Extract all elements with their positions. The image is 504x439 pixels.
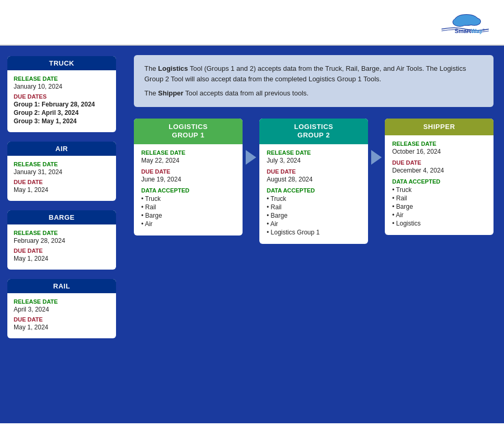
due-group: May 1, 2024	[14, 255, 110, 262]
due-group: May 1, 2024	[14, 186, 110, 194]
arrow-shape	[371, 150, 382, 165]
flow-card-logistics-group-1: LOGISTICSGROUP 1 RELEASE DATE May 22, 20…	[134, 119, 243, 236]
flow-data-accepted-label: DATA ACCEPTED	[267, 187, 361, 194]
tool-header-rail: RAIL	[7, 279, 116, 293]
info-line-1: The Logistics Tool (Groups 1 and 2) acce…	[144, 63, 483, 84]
flow-row: LOGISTICSGROUP 1 RELEASE DATE May 22, 20…	[134, 119, 494, 244]
data-item: Air	[267, 220, 361, 228]
due-group-1: Group 2: April 3, 2024	[14, 109, 110, 116]
due-label: DUE DATE	[14, 179, 110, 185]
tool-card-air: AIR RELEASE DATE January 31, 2024 DUE DA…	[7, 142, 116, 201]
flow-release-date: May 22, 2024	[141, 157, 235, 164]
data-item: Truck	[392, 186, 486, 194]
data-item: Truck	[141, 195, 235, 203]
flow-due-label: DUE DATE	[141, 168, 235, 175]
data-item: Rail	[141, 203, 235, 211]
data-item: Air	[141, 220, 235, 228]
flow-release-date: July 3, 2024	[267, 157, 361, 164]
info-box: The Logistics Tool (Groups 1 and 2) acce…	[134, 55, 494, 107]
svg-text:®: ®	[482, 28, 485, 31]
tool-header-truck: TRUCK	[7, 56, 116, 70]
release-label: RELEASE DATE	[14, 161, 110, 167]
flow-card-shipper: SHIPPER RELEASE DATE October 16, 2024 DU…	[385, 119, 494, 235]
release-date: April 3, 2024	[14, 306, 110, 313]
arrow-shape	[246, 150, 256, 165]
due-label: DUE DATES	[14, 93, 110, 100]
info-line-2: The Shipper Tool accepts data from all p…	[144, 88, 483, 99]
tool-card-barge: BARGE RELEASE DATE February 28, 2024 DUE…	[7, 210, 116, 270]
flow-release-date: October 16, 2024	[392, 148, 486, 155]
arrow-1	[243, 119, 259, 165]
due-group-2: Group 3: May 1, 2024	[14, 117, 110, 125]
tool-header-air: AIR	[7, 142, 116, 156]
flow-data-list: TruckRailBargeAir	[141, 195, 235, 228]
data-item: Truck	[267, 195, 361, 203]
sidebar: TRUCK RELEASE DATE January 10, 2024 DUE …	[0, 46, 123, 423]
release-label: RELEASE DATE	[14, 230, 110, 236]
tool-card-truck: TRUCK RELEASE DATE January 10, 2024 DUE …	[7, 56, 116, 132]
release-date: January 10, 2024	[14, 83, 110, 90]
due-label: DUE DATE	[14, 248, 110, 254]
data-item: Barge	[267, 211, 361, 220]
flow-data-accepted-label: DATA ACCEPTED	[141, 187, 235, 194]
data-item: Logistics Group 1	[267, 228, 361, 237]
data-item: Barge	[141, 211, 235, 220]
svg-point-4	[453, 18, 467, 26]
flow-data-list: TruckRailBargeAirLogistics Group 1	[267, 195, 361, 237]
release-label: RELEASE DATE	[14, 76, 110, 82]
right-content: The Logistics Tool (Groups 1 and 2) acce…	[123, 46, 504, 423]
flow-data-list: TruckRailBargeAirLogistics	[392, 186, 486, 228]
data-item: Logistics	[392, 219, 486, 228]
flow-due-date: August 28, 2024	[267, 176, 361, 183]
logo-area: Smart Way ®	[439, 9, 491, 38]
flow-due-date: June 19, 2024	[141, 176, 235, 183]
smartway-logo: Smart Way ®	[439, 9, 491, 38]
svg-text:Smart: Smart	[455, 28, 471, 34]
due-group-0: Group 1: February 28, 2024	[14, 101, 110, 108]
data-item: Barge	[392, 202, 486, 211]
due-group: May 1, 2024	[14, 324, 110, 331]
release-date: February 28, 2024	[14, 237, 110, 244]
flow-header-shipper: SHIPPER	[385, 119, 494, 136]
flow-release-label: RELEASE DATE	[267, 149, 361, 156]
svg-text:Way: Way	[471, 28, 483, 34]
page-header: Smart Way ®	[0, 0, 504, 46]
release-date: January 31, 2024	[14, 168, 110, 176]
flow-header-logistics-group-2: LOGISTICSGROUP 2	[259, 119, 368, 145]
data-item: Rail	[267, 203, 361, 211]
flow-due-date: December 4, 2024	[392, 167, 486, 174]
due-label: DUE DATE	[14, 316, 110, 323]
svg-point-5	[468, 18, 480, 25]
release-label: RELEASE DATE	[14, 298, 110, 305]
tool-header-barge: BARGE	[7, 210, 116, 224]
data-item: Rail	[392, 194, 486, 202]
flow-due-label: DUE DATE	[392, 159, 486, 166]
data-item: Air	[392, 211, 486, 219]
tool-card-rail: RAIL RELEASE DATE April 3, 2024 DUE DATE…	[7, 279, 116, 338]
flow-release-label: RELEASE DATE	[141, 149, 235, 156]
arrow-2	[368, 119, 385, 165]
flow-header-logistics-group-1: LOGISTICSGROUP 1	[134, 119, 243, 145]
flow-data-accepted-label: DATA ACCEPTED	[392, 178, 486, 185]
main-content: TRUCK RELEASE DATE January 10, 2024 DUE …	[0, 46, 504, 423]
flow-due-label: DUE DATE	[267, 168, 361, 175]
flow-card-logistics-group-2: LOGISTICSGROUP 2 RELEASE DATE July 3, 20…	[259, 119, 368, 244]
flow-release-label: RELEASE DATE	[392, 141, 486, 147]
